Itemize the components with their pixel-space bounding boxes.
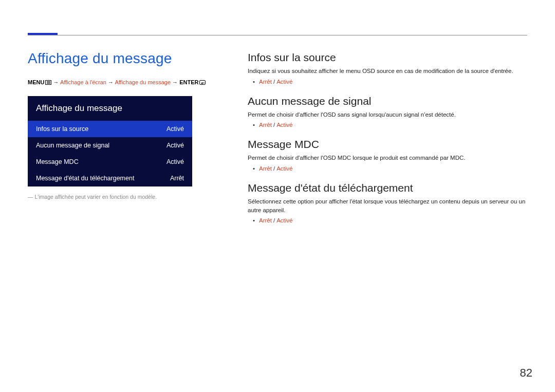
- section-no-signal: Aucun message de signal Permet de choisi…: [248, 95, 527, 128]
- page-content: Affichage du message MENU → Affichage à …: [28, 50, 527, 371]
- menu-icon: [45, 80, 51, 85]
- option-on: Activé: [276, 165, 292, 172]
- option-on: Activé: [276, 217, 292, 223]
- osd-menu-row[interactable]: Message MDC Activé: [28, 154, 192, 170]
- section-mdc: Message MDC Permet de choisir d'afficher…: [248, 138, 527, 172]
- breadcrumb: MENU → Affichage à l'écran → Affichage d…: [28, 78, 223, 87]
- right-column: Infos sur la source Indiquez si vous sou…: [248, 50, 527, 371]
- osd-menu-row-label: Aucun message de signal: [36, 142, 109, 149]
- section-options: Arrêt/Activé: [248, 122, 527, 128]
- section-options: Arrêt/Activé: [248, 217, 527, 223]
- image-vary-note: ― L'image affichée peut varier en foncti…: [28, 194, 223, 200]
- breadcrumb-menu-label: MENU: [28, 79, 44, 85]
- option-on: Activé: [276, 79, 292, 85]
- header-accent: [28, 33, 58, 35]
- osd-menu-row-value: Activé: [166, 158, 184, 165]
- section-download-status: Message d'état du téléchargement Sélecti…: [248, 182, 527, 223]
- enter-icon: [199, 80, 206, 85]
- osd-menu-row-value: Activé: [166, 142, 184, 149]
- breadcrumb-arrow: →: [172, 79, 178, 85]
- section-description: Permet de choisir d'afficher l'OSD sans …: [248, 110, 527, 119]
- breadcrumb-arrow: →: [108, 79, 114, 85]
- section-description: Indiquez si vous souhaitez afficher le m…: [248, 67, 527, 76]
- osd-menu-row[interactable]: Aucun message de signal Activé: [28, 137, 192, 154]
- left-column: Affichage du message MENU → Affichage à …: [28, 50, 223, 371]
- option-separator: /: [273, 217, 275, 223]
- page-number: 82: [520, 366, 532, 380]
- section-title: Aucun message de signal: [248, 95, 527, 107]
- osd-menu-row-label: Message MDC: [36, 158, 79, 165]
- section-options: Arrêt/Activé: [248, 165, 527, 172]
- osd-menu-row-label: Infos sur la source: [36, 125, 88, 133]
- option-separator: /: [273, 165, 275, 172]
- section-options: Arrêt/Activé: [248, 79, 527, 85]
- option-on: Activé: [276, 122, 292, 128]
- option-off: Arrêt: [259, 165, 272, 172]
- osd-menu-row-value: Activé: [166, 125, 184, 133]
- page-title: Affichage du message: [28, 50, 223, 67]
- section-title: Message d'état du téléchargement: [248, 182, 527, 194]
- section-title: Message MDC: [248, 138, 527, 151]
- osd-menu-row[interactable]: Message d'état du téléchargement Arrêt: [28, 170, 192, 186]
- osd-menu-row-value: Arrêt: [170, 175, 184, 182]
- option-separator: /: [273, 79, 275, 85]
- option-off: Arrêt: [259, 79, 272, 85]
- osd-menu-title: Affichage du message: [28, 96, 192, 121]
- header-rule: [28, 35, 527, 35]
- option-off: Arrêt: [259, 122, 272, 128]
- osd-menu-box: Affichage du message Infos sur la source…: [28, 96, 192, 186]
- option-off: Arrêt: [259, 217, 272, 223]
- section-infos-source: Infos sur la source Indiquez si vous sou…: [248, 51, 527, 85]
- breadcrumb-enter-label: ENTER: [179, 79, 198, 85]
- breadcrumb-arrow: →: [53, 79, 59, 85]
- section-description: Sélectionnez cette option pour afficher …: [248, 197, 527, 214]
- section-title: Infos sur la source: [248, 51, 527, 64]
- osd-menu-row[interactable]: Infos sur la source Activé: [28, 121, 192, 137]
- osd-menu-row-label: Message d'état du téléchargement: [36, 175, 134, 182]
- breadcrumb-path-1: Affichage à l'écran: [60, 79, 106, 85]
- option-separator: /: [273, 122, 275, 128]
- section-description: Permet de choisir d'afficher l'OSD MDC l…: [248, 154, 527, 162]
- breadcrumb-path-2: Affichage du message: [115, 79, 171, 85]
